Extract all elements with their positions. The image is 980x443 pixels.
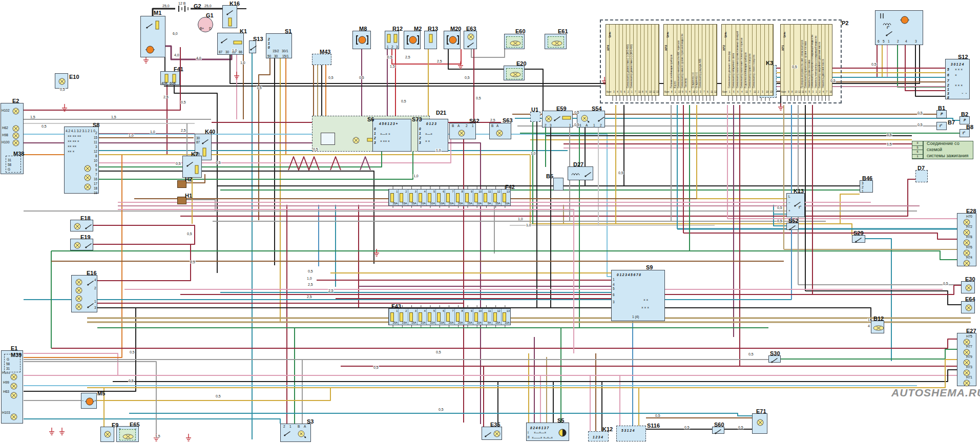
note-line: системы зажигания bbox=[927, 153, 973, 159]
component-text: t° bbox=[799, 206, 801, 209]
connector-wire-header: Цепь bbox=[609, 32, 612, 37]
wire-gauge-label: 1,0 bbox=[150, 130, 156, 134]
component-label-B2: B2 bbox=[961, 112, 968, 117]
connector-pin: 5 bbox=[685, 91, 687, 94]
wire bbox=[24, 308, 136, 391]
component-label-F41: F41 bbox=[174, 67, 183, 72]
component-text: 6 bbox=[95, 164, 97, 167]
component-text: H73 bbox=[966, 366, 972, 369]
circuit-name: Сигнализатор диагностики (+) (ЗМЗ-406) bbox=[631, 28, 633, 88]
component-text: 3 0 1 2 4 bbox=[951, 63, 964, 67]
component-label-S12: S12 bbox=[958, 54, 968, 60]
fuse-rating: 15A bbox=[402, 321, 407, 324]
fuse-number: 5 bbox=[433, 190, 435, 193]
lamp-icon bbox=[75, 303, 82, 310]
component-label-D7: D7 bbox=[918, 165, 925, 171]
lamp-icon bbox=[84, 183, 91, 191]
component-text: 58 bbox=[8, 163, 11, 167]
fuse-icon bbox=[419, 312, 422, 322]
component-S9: 0 1 2 3 4 5 6 7 814563× ×× × ×1 (4) bbox=[611, 270, 665, 321]
fuse-rating: 25A bbox=[392, 321, 398, 324]
component-text: 87 bbox=[219, 51, 222, 54]
circuit-name: Сигнализатор габаритного света bbox=[733, 28, 735, 88]
motorb-icon bbox=[356, 35, 368, 45]
component-label-G1: G1 bbox=[206, 13, 214, 18]
component-label-B12: B12 bbox=[873, 316, 884, 322]
component-text: 30/1 bbox=[282, 50, 288, 53]
component-text: H72 bbox=[966, 225, 972, 229]
component-label-G2: G2 bbox=[194, 4, 201, 9]
component-text: 2 bbox=[947, 84, 949, 88]
wire-gauge-label: 1,0 bbox=[128, 134, 134, 137]
component-label-H2: H2 bbox=[185, 177, 192, 182]
component-text: 8 bbox=[95, 155, 97, 158]
fuse-F42-11: 115A bbox=[482, 189, 491, 205]
ignition-note: Соединение со схемойсистемы зажигания bbox=[923, 141, 973, 159]
connector-pin: 10 bbox=[649, 91, 652, 94]
component-S3: 21BA bbox=[280, 424, 311, 442]
connector-pin: 7 bbox=[703, 91, 705, 94]
lamp-icon bbox=[458, 130, 465, 137]
component-S30 bbox=[768, 355, 781, 363]
component-label-E16: E16 bbox=[87, 270, 97, 276]
fuse-F42-1: 125A bbox=[389, 189, 398, 205]
wire-gauge-label: 1,5 bbox=[155, 434, 161, 438]
circuit-name: Сигнализатор аварийного давления масла bbox=[819, 28, 821, 88]
component-D7 bbox=[915, 170, 928, 182]
wire-gauge-label: 0,5 bbox=[373, 366, 379, 369]
connector-pin: 2 bbox=[628, 91, 629, 94]
fuse-icon bbox=[390, 312, 394, 322]
component-text: H74 bbox=[966, 256, 972, 260]
component-text: P bbox=[964, 119, 966, 122]
component-text: H99 bbox=[3, 381, 9, 385]
fuse-icon bbox=[456, 312, 460, 322]
circuit-name: Сигнализатор диагностики (−) (ЗМЗ-406) bbox=[627, 28, 630, 88]
sw-icon bbox=[85, 242, 92, 248]
component-text: 10 bbox=[94, 159, 97, 163]
component-text: 87 bbox=[196, 141, 200, 144]
wire-gauge-label: 0,5 bbox=[791, 65, 798, 69]
component-text: 1 bbox=[374, 132, 376, 136]
component-text: 1 bbox=[593, 124, 595, 128]
component-B8: t° bbox=[960, 129, 970, 137]
lamp-icon bbox=[10, 373, 17, 381]
component-text: 3 bbox=[95, 145, 97, 149]
component-text: H98 bbox=[2, 134, 8, 137]
component-label-B1: B1 bbox=[938, 106, 945, 111]
resv-icon bbox=[429, 34, 433, 43]
component-text: t° bbox=[940, 124, 942, 128]
fuse-rating: 10A bbox=[440, 202, 445, 205]
connector-pin: 8 bbox=[791, 91, 793, 94]
fuse-F43-12: 1215A bbox=[492, 309, 501, 325]
component-text: 3 bbox=[947, 92, 949, 96]
wire-gauge-label: 2,5 bbox=[405, 55, 411, 59]
wire-gauge-label: 0,5 bbox=[190, 260, 196, 264]
wire-gauge-label: 0,5 bbox=[475, 96, 482, 100]
wire-gauge-label: 1,5 bbox=[389, 65, 395, 68]
connector-pin: 12 bbox=[754, 91, 756, 94]
component-text: 2 bbox=[862, 186, 864, 189]
sw-icon bbox=[554, 115, 561, 121]
component-text: G bbox=[7, 358, 9, 362]
fuse-number: 9 bbox=[471, 190, 472, 193]
component-S73: 0 1 2 30123×—×× × bbox=[418, 119, 448, 152]
component-text: H102 bbox=[2, 109, 10, 113]
component-label-E60: E60 bbox=[515, 29, 526, 34]
component-text: 31 bbox=[8, 159, 11, 162]
circuit-name: Корпус bbox=[674, 28, 677, 88]
wire-gauge-label: 1,0 bbox=[232, 49, 238, 52]
connector-pin: 2 bbox=[758, 91, 759, 94]
component-text: 2 bbox=[897, 40, 899, 44]
wire-gauge-label: 0,5 bbox=[886, 133, 892, 137]
lamp-icon bbox=[965, 304, 972, 311]
fuse-icon bbox=[493, 193, 497, 202]
component-E64 bbox=[961, 301, 975, 313]
component-text: 17 bbox=[94, 182, 97, 186]
ignition-note-pins: II561 bbox=[912, 141, 923, 159]
circuit-name: Спидометр (+) bbox=[692, 28, 695, 88]
lamp-icon bbox=[75, 279, 82, 286]
component-text: 3 bbox=[374, 141, 376, 145]
wire-gauge-label: 4 bbox=[867, 324, 870, 328]
component-text: ×—×—× bbox=[534, 431, 546, 435]
component-label-E64: E64 bbox=[965, 297, 975, 302]
